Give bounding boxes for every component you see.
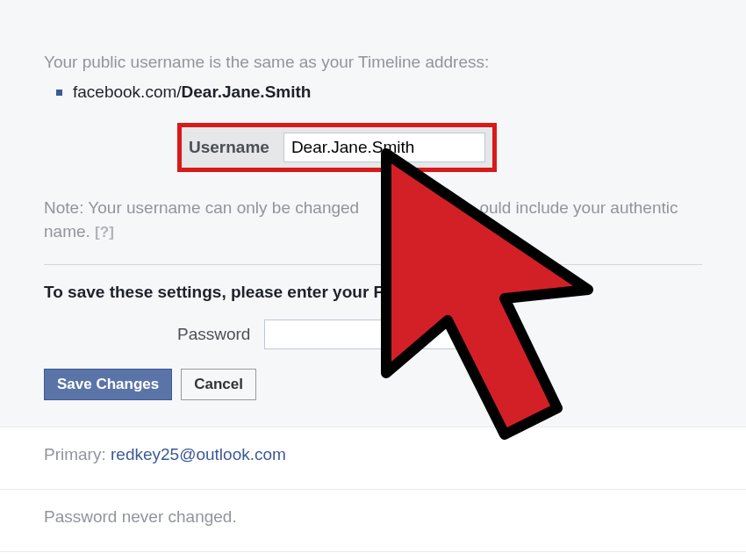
password-changed-line: Password never changed.: [44, 507, 702, 527]
password-row: Password: [177, 319, 702, 349]
intro-text: Your public username is the same as your…: [44, 53, 702, 72]
save-button[interactable]: Save Changes: [44, 369, 172, 400]
username-input[interactable]: [283, 133, 485, 162]
primary-label: Primary:: [44, 445, 111, 463]
password-label: Password: [177, 325, 250, 344]
save-instruction: To save these settings, please enter you…: [44, 283, 702, 302]
username-label: Username: [189, 138, 269, 157]
url-prefix: facebook.com/: [73, 83, 182, 102]
primary-email-line: Primary: redkey25@outlook.com: [44, 445, 702, 464]
help-icon[interactable]: [?]: [95, 224, 114, 241]
lower-section: Primary: redkey25@outlook.com Password n…: [0, 427, 746, 560]
timeline-url: facebook.com/Dear.Jane.Smith: [56, 83, 702, 102]
username-row: Username: [177, 123, 702, 172]
username-highlight: Username: [177, 123, 497, 172]
primary-email[interactable]: redkey25@outlook.com: [111, 445, 286, 463]
bullet-icon: [56, 90, 62, 96]
url-username: Dear.Jane.Smith: [182, 83, 312, 102]
divider-lower-2: [0, 551, 746, 552]
divider-lower: [0, 489, 746, 490]
note-before: Note: Your username can only be changed: [44, 198, 363, 217]
divider: [44, 264, 702, 265]
cancel-button[interactable]: Cancel: [181, 369, 256, 400]
password-input[interactable]: [264, 319, 466, 349]
note-text: Note: Your username can only be changed …: [44, 197, 702, 243]
button-row: Save Changes Cancel: [44, 369, 702, 400]
